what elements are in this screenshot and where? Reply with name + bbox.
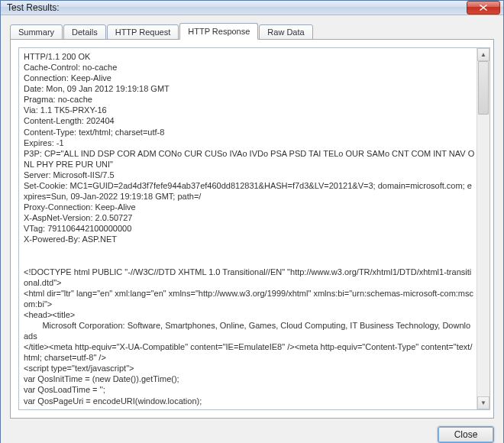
response-textbox[interactable]: HTTP/1.1 200 OK Cache-Control: no-cache …	[19, 48, 477, 409]
tab-http-response[interactable]: HTTP Response	[179, 23, 258, 40]
close-icon	[480, 5, 487, 11]
dialog-body: Summary Details HTTP Request HTTP Respon…	[1, 15, 503, 443]
scrollbar-down-button[interactable]: ▼	[477, 396, 489, 409]
tabstrip: Summary Details HTTP Request HTTP Respon…	[10, 23, 494, 40]
dialog-window: Test Results: Summary Details HTTP Reque…	[0, 0, 504, 443]
scrollbar-track[interactable]	[477, 61, 489, 396]
window-title: Test Results:	[7, 2, 467, 13]
dialog-footer: Close	[10, 419, 494, 443]
response-textbox-wrap: HTTP/1.1 200 OK Cache-Control: no-cache …	[18, 47, 490, 410]
scrollbar-thumb[interactable]	[478, 61, 489, 115]
tab-details[interactable]: Details	[63, 24, 106, 40]
scrollbar-vertical[interactable]: ▲ ▼	[477, 48, 489, 409]
titlebar[interactable]: Test Results:	[1, 1, 503, 15]
close-button[interactable]: Close	[438, 426, 494, 443]
tab-http-request[interactable]: HTTP Request	[107, 24, 179, 40]
tab-summary[interactable]: Summary	[10, 24, 63, 40]
tab-raw-data[interactable]: Raw Data	[259, 24, 312, 40]
tab-panel: HTTP/1.1 200 OK Cache-Control: no-cache …	[10, 39, 494, 419]
window-close-button[interactable]	[467, 1, 500, 15]
scrollbar-up-button[interactable]: ▲	[477, 48, 489, 61]
